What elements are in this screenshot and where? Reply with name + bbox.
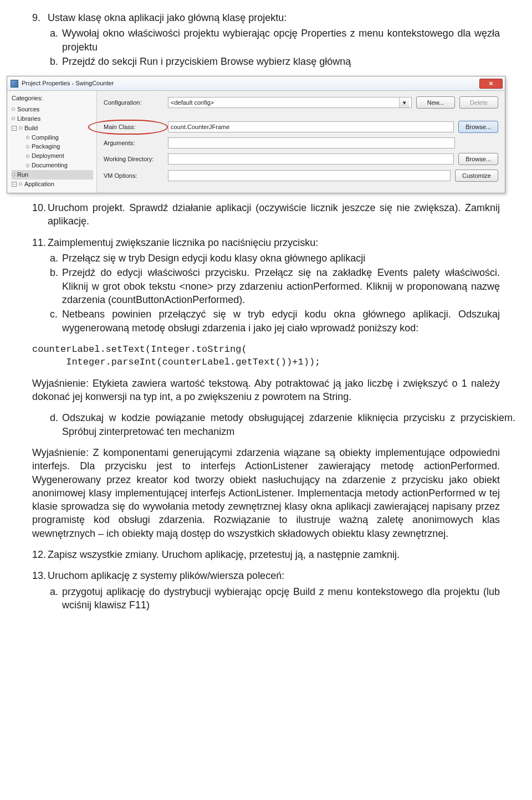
expand-icon[interactable]: − (12, 126, 17, 131)
mainclass-label: Main Class: (104, 123, 163, 131)
step-11b-text: Przejdź do edycji właściwości przycisku.… (62, 266, 500, 306)
step-11-head: Zaimplementuj zwiększanie licznika po na… (48, 236, 500, 249)
step-11d: d. Odszukaj w kodzie powiązanie metody o… (32, 411, 500, 438)
dialog-titlebar[interactable]: Project Properties - SwingCounter × (7, 76, 505, 91)
step-10: 10. Uruchom projekt. Sprawdź działanie a… (32, 201, 500, 228)
step-11d-text: Odszukaj w kodzie powiązanie metody obsł… (62, 411, 515, 438)
project-properties-dialog: Project Properties - SwingCounter × Cate… (7, 76, 505, 193)
config-label: Configuration: (104, 99, 163, 107)
customize-button[interactable]: Customize (455, 170, 498, 182)
arguments-label: Arguments: (104, 139, 163, 147)
tree-run[interactable]: Run (12, 170, 93, 180)
tree-sources[interactable]: Sources (12, 105, 93, 114)
tree-packaging[interactable]: Packaging (12, 142, 93, 151)
step-11a-text: Przełącz się w tryb Design edycji kodu k… (62, 252, 500, 265)
step-9-head: Ustaw klasę okna aplikacji jako główną k… (48, 11, 500, 24)
tree-libraries[interactable]: Libraries (12, 114, 93, 124)
config-combo[interactable]: <default config> ▾ (168, 97, 412, 108)
workdir-label: Working Directory: (104, 155, 163, 163)
form-panel: Configuration: <default config> ▾ New...… (97, 91, 505, 193)
tree-deployment[interactable]: Deployment (12, 151, 93, 161)
step-11: 11. Zaimplementuj zwiększanie licznika p… (32, 236, 500, 336)
mainclass-field[interactable]: count.CounterJFrame (168, 121, 454, 132)
close-icon[interactable]: × (479, 79, 503, 89)
step-13-number: 13. (32, 569, 48, 613)
code-snippet: counterLabel.setText(Integer.toString( I… (32, 343, 500, 369)
explanation-2: Wyjaśnienie: Z komponentami generującymi… (32, 446, 500, 540)
tree-compiling[interactable]: Compiling (12, 133, 93, 142)
step-12: 12. Zapisz wszystkie zmiany. Uruchom apl… (32, 548, 500, 561)
arguments-field[interactable] (168, 137, 455, 148)
step-9a-text: Wywołaj okno właściwości projektu wybier… (62, 27, 500, 54)
step-13-head: Uruchom aplikację z systemy plików/wiers… (48, 569, 500, 582)
categories-label: Categories: (12, 94, 93, 102)
tree-documenting[interactable]: Documenting (12, 161, 93, 170)
workdir-field[interactable] (168, 153, 454, 165)
step-10-text: Uruchom projekt. Sprawdź działanie aplik… (48, 201, 500, 228)
step-13a-text: przygotuj aplikację do dystrybucji wybie… (62, 585, 500, 612)
step-9b-text: Przejdź do sekcji Run i przyciskiem Brow… (62, 55, 500, 68)
browse-workdir-button[interactable]: Browse... (458, 153, 498, 165)
tree-build[interactable]: −Build (12, 124, 93, 133)
categories-panel: Categories: Sources Libraries −Build Com… (7, 91, 97, 193)
step-12-number: 12. (32, 548, 48, 561)
delete-button: Delete (459, 96, 498, 109)
step-11-number: 11. (32, 236, 48, 336)
step-9a-letter: a. (48, 27, 62, 54)
step-9b-letter: b. (48, 55, 62, 68)
explanation-1: Wyjaśnienie: Etykieta zawiera wartość te… (32, 377, 500, 404)
new-button[interactable]: New... (416, 96, 455, 109)
step-11c-text: Netbeans powinien przełączyć się w tryb … (62, 307, 500, 335)
expand-icon[interactable]: + (12, 182, 17, 187)
step-13: 13. Uruchom aplikację z systemy plików/w… (32, 569, 500, 613)
tree-application[interactable]: +Application (12, 180, 93, 189)
step-13a-letter: a. (48, 585, 62, 612)
browse-button[interactable]: Browse... (458, 121, 498, 133)
step-9: 9. Ustaw klasę okna aplikacji jako główn… (32, 11, 500, 69)
step-11d-letter: d. (48, 411, 62, 438)
step-11b-letter: b. (48, 266, 62, 306)
step-11c-letter: c. (48, 307, 62, 335)
dialog-title: Project Properties - SwingCounter (22, 79, 114, 88)
chevron-down-icon[interactable]: ▾ (399, 98, 409, 107)
step-10-number: 10. (32, 201, 48, 228)
step-9-number: 9. (32, 11, 48, 69)
app-icon (11, 80, 18, 88)
vmoptions-label: VM Options: (104, 172, 163, 180)
vmoptions-field[interactable] (168, 170, 451, 181)
step-11a-letter: a. (48, 252, 62, 265)
step-12-text: Zapisz wszystkie zmiany. Uruchom aplikac… (48, 548, 500, 561)
